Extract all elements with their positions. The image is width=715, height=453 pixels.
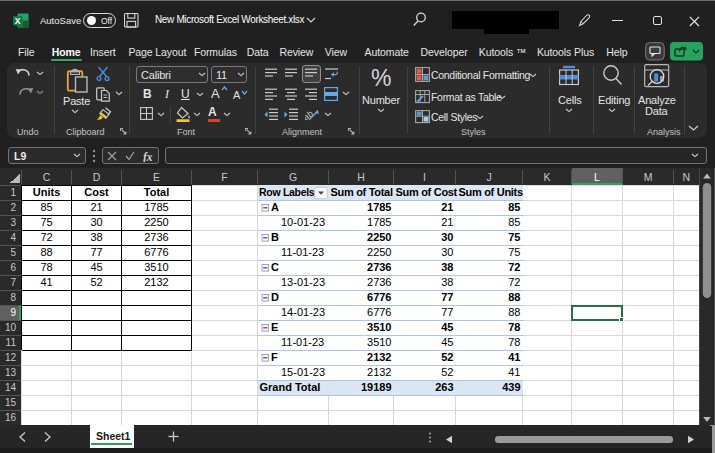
svg-text:72: 72 <box>508 276 520 288</box>
svg-text:1785: 1785 <box>367 201 391 213</box>
svg-text:85: 85 <box>40 201 52 213</box>
svg-text:H: H <box>357 171 365 183</box>
svg-text:10-01-23: 10-01-23 <box>281 216 325 228</box>
svg-text:13: 13 <box>5 367 17 378</box>
svg-text:C: C <box>271 261 279 273</box>
svg-text:77: 77 <box>441 306 453 318</box>
svg-text:10: 10 <box>5 322 17 333</box>
svg-text:3510: 3510 <box>144 261 168 273</box>
svg-text:14: 14 <box>5 382 17 393</box>
svg-text:Units: Units <box>33 186 61 198</box>
svg-text:2250: 2250 <box>144 216 168 228</box>
svg-text:4: 4 <box>10 232 16 243</box>
svg-text:75: 75 <box>40 216 52 228</box>
svg-text:263: 263 <box>435 381 453 393</box>
svg-text:52: 52 <box>90 276 102 288</box>
svg-text:2736: 2736 <box>144 231 168 243</box>
svg-text:2736: 2736 <box>367 261 391 273</box>
svg-text:19189: 19189 <box>361 381 392 393</box>
svg-text:88: 88 <box>508 291 520 303</box>
svg-text:41: 41 <box>508 366 520 378</box>
svg-text:6776: 6776 <box>367 291 391 303</box>
svg-text:41: 41 <box>40 276 52 288</box>
svg-text:77: 77 <box>441 291 453 303</box>
svg-text:B: B <box>271 231 279 243</box>
svg-text:2250: 2250 <box>367 231 391 243</box>
svg-text:6: 6 <box>10 262 16 273</box>
svg-text:52: 52 <box>441 351 453 363</box>
svg-text:X: X <box>15 16 21 26</box>
svg-text:I: I <box>423 171 426 183</box>
svg-text:L: L <box>594 171 600 183</box>
svg-text:38: 38 <box>90 231 102 243</box>
svg-text:78: 78 <box>508 336 520 348</box>
svg-text:45: 45 <box>90 261 102 273</box>
svg-text:E: E <box>153 171 160 183</box>
svg-text:2250: 2250 <box>367 246 391 258</box>
svg-text:A: A <box>271 201 279 213</box>
svg-text:Grand Total: Grand Total <box>260 381 321 393</box>
svg-text:88: 88 <box>508 306 520 318</box>
svg-text:78: 78 <box>40 261 52 273</box>
svg-text:41: 41 <box>508 351 520 363</box>
svg-text:2736: 2736 <box>367 276 391 288</box>
svg-text:1785: 1785 <box>144 201 168 213</box>
svg-text:30: 30 <box>441 246 453 258</box>
svg-text:21: 21 <box>441 201 453 213</box>
svg-text:2132: 2132 <box>367 366 391 378</box>
svg-text:38: 38 <box>441 276 453 288</box>
svg-text:11-01-23: 11-01-23 <box>281 336 324 348</box>
svg-text:14-01-23: 14-01-23 <box>281 306 325 318</box>
svg-text:13-01-23: 13-01-23 <box>281 276 325 288</box>
svg-text:Total: Total <box>144 186 169 198</box>
svg-text:85: 85 <box>508 216 520 228</box>
svg-text:15-01-23: 15-01-23 <box>281 366 325 378</box>
svg-text:45: 45 <box>441 321 453 333</box>
svg-text:F: F <box>271 351 278 363</box>
svg-text:3510: 3510 <box>367 336 391 348</box>
svg-text:C: C <box>43 171 51 183</box>
svg-text:M: M <box>644 171 653 183</box>
svg-text:5: 5 <box>10 247 16 258</box>
svg-text:D: D <box>93 171 101 183</box>
svg-text:88: 88 <box>40 246 52 258</box>
svg-text:Sum of Total: Sum of Total <box>331 186 393 198</box>
svg-text:45: 45 <box>441 336 453 348</box>
svg-text:72: 72 <box>40 231 52 243</box>
svg-text:6776: 6776 <box>144 246 168 258</box>
svg-text:439: 439 <box>502 381 520 393</box>
svg-text:30: 30 <box>441 231 453 243</box>
svg-text:9: 9 <box>10 307 16 318</box>
svg-text:8: 8 <box>10 292 16 303</box>
svg-text:2132: 2132 <box>367 351 391 363</box>
svg-text:72: 72 <box>508 261 520 273</box>
svg-text:N: N <box>682 171 690 183</box>
svg-text:12: 12 <box>5 352 17 363</box>
svg-text:E: E <box>271 321 278 333</box>
svg-text:7: 7 <box>10 277 16 288</box>
svg-text:1785: 1785 <box>367 216 391 228</box>
svg-text:11: 11 <box>6 337 17 348</box>
svg-text:2: 2 <box>10 202 16 213</box>
svg-text:85: 85 <box>508 201 520 213</box>
svg-text:3510: 3510 <box>367 321 391 333</box>
svg-text:16: 16 <box>5 412 17 423</box>
svg-text:30: 30 <box>90 216 102 228</box>
svg-text:K: K <box>543 171 550 183</box>
svg-text:75: 75 <box>508 231 520 243</box>
svg-text:Sum of Units: Sum of Units <box>459 186 523 198</box>
svg-text:Cost: Cost <box>84 186 109 198</box>
svg-text:38: 38 <box>441 261 453 273</box>
svg-text:F: F <box>221 171 227 183</box>
svg-text:2132: 2132 <box>144 276 168 288</box>
svg-text:1: 1 <box>10 187 16 198</box>
svg-text:52: 52 <box>441 366 453 378</box>
svg-text:11-01-23: 11-01-23 <box>281 246 324 258</box>
svg-text:3: 3 <box>10 217 16 228</box>
svg-text:77: 77 <box>90 246 102 258</box>
svg-text:fx: fx <box>143 151 153 162</box>
svg-text:D: D <box>271 291 279 303</box>
svg-text:15: 15 <box>5 397 17 408</box>
svg-text:78: 78 <box>508 321 520 333</box>
svg-text:21: 21 <box>90 201 102 213</box>
